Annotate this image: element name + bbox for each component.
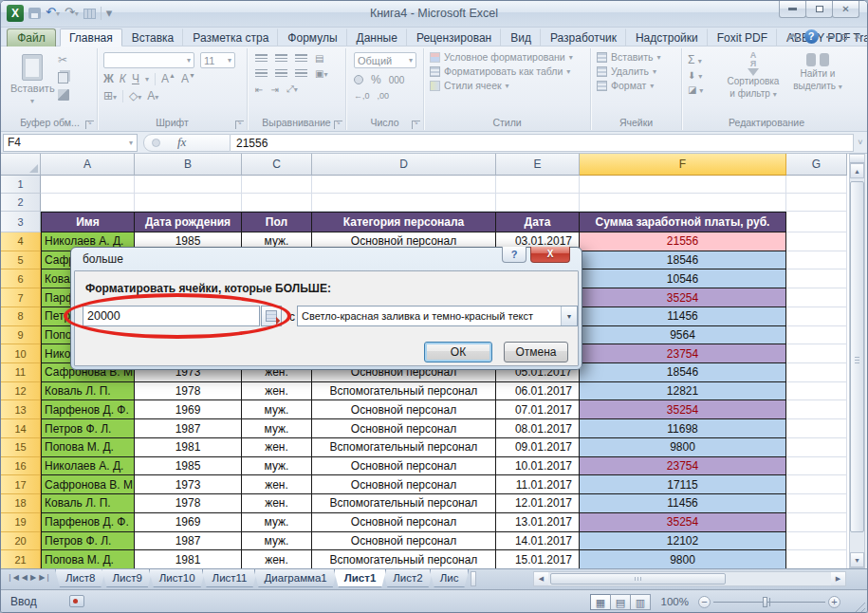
copy-icon[interactable] bbox=[58, 72, 68, 84]
cell-year[interactable]: 1969 bbox=[135, 513, 242, 532]
insert-function-icon[interactable]: fx bbox=[177, 135, 186, 150]
row-header-15[interactable]: 15 bbox=[1, 438, 41, 457]
cancel-button[interactable]: Отмена bbox=[504, 342, 568, 362]
grid-cell[interactable] bbox=[786, 363, 847, 382]
cell-category[interactable]: Вспомогательный персонал bbox=[312, 550, 496, 568]
comma-style-button[interactable]: 000 bbox=[389, 75, 405, 85]
align-bottom-icon[interactable] bbox=[295, 54, 307, 63]
row-header-12[interactable]: 12 bbox=[1, 382, 41, 401]
cell-date[interactable]: 08.01.2017 bbox=[496, 419, 580, 438]
row-header-7[interactable]: 7 bbox=[1, 288, 41, 307]
format-as-table-button[interactable]: Форматировать как табли▾ bbox=[430, 65, 590, 77]
cell-year[interactable]: 1981 bbox=[135, 438, 242, 457]
merge-center-icon[interactable]: ▣▾ bbox=[315, 68, 327, 79]
cell-name[interactable]: Сафронова В. М. bbox=[41, 475, 135, 494]
grid-cell[interactable] bbox=[786, 550, 847, 568]
close-button[interactable]: ✕ bbox=[832, 1, 859, 18]
row-header-20[interactable]: 20 bbox=[1, 532, 41, 551]
cell-name[interactable]: Петров Ф. Л. bbox=[41, 532, 135, 551]
cell-salary-F16[interactable]: 23754 bbox=[580, 457, 786, 476]
cell-salary-F20[interactable]: 12102 bbox=[580, 532, 786, 551]
row-header-1[interactable]: 1 bbox=[1, 176, 41, 194]
grid-cell[interactable] bbox=[786, 457, 847, 476]
column-header-C[interactable]: C bbox=[242, 154, 312, 176]
grid-cell[interactable] bbox=[312, 176, 496, 194]
clipboard-dialog-launcher-icon[interactable] bbox=[85, 121, 94, 129]
scroll-up-icon[interactable]: ▲ bbox=[850, 163, 864, 178]
sheet-tab-Диаграмма1[interactable]: Диаграмма1 bbox=[254, 569, 338, 587]
grid-cell[interactable] bbox=[786, 400, 847, 419]
row-header-11[interactable]: 11 bbox=[1, 363, 41, 382]
row-header-17[interactable]: 17 bbox=[1, 475, 41, 494]
first-sheet-icon[interactable]: ❘◀ bbox=[7, 573, 19, 582]
grid-cell[interactable] bbox=[41, 176, 135, 194]
cell-salary-F8[interactable]: 11456 bbox=[580, 307, 786, 326]
ribbon-tab-6[interactable]: Рецензирован bbox=[407, 28, 501, 46]
underline-button[interactable]: Ч bbox=[132, 72, 139, 85]
delete-cells-button[interactable]: Удалить▾ bbox=[597, 65, 681, 77]
scroll-left-icon[interactable]: ◀ bbox=[534, 572, 548, 585]
ribbon-tab-2[interactable]: Вставка bbox=[122, 28, 184, 46]
dialog-close-icon[interactable]: X bbox=[530, 247, 570, 263]
grid-cell[interactable] bbox=[786, 382, 847, 401]
cell-category[interactable]: Основной персонал bbox=[312, 513, 496, 532]
cell-sex[interactable]: муж. bbox=[242, 419, 312, 438]
workbook-close-icon[interactable]: ✕ bbox=[854, 31, 861, 42]
zoom-level[interactable]: 100% bbox=[661, 596, 689, 607]
resize-grip[interactable] bbox=[853, 600, 865, 612]
wrap-text-icon[interactable]: ▤ bbox=[315, 53, 323, 64]
row-header-4[interactable]: 4 bbox=[1, 232, 41, 251]
format-cells-button[interactable]: Формат▾ bbox=[597, 80, 681, 91]
decrease-decimal-icon[interactable]: ,00 bbox=[378, 91, 390, 101]
row-header-19[interactable]: 19 bbox=[1, 513, 41, 532]
cell-year[interactable]: 1973 bbox=[135, 475, 242, 494]
next-sheet-icon[interactable]: ▶ bbox=[30, 573, 36, 582]
cell-salary-F15[interactable]: 9800 bbox=[580, 438, 786, 457]
cell-salary-F21[interactable]: 9800 bbox=[580, 550, 786, 568]
grid-cell[interactable] bbox=[496, 194, 580, 212]
grid-cell[interactable] bbox=[786, 326, 847, 345]
row-header-14[interactable]: 14 bbox=[1, 419, 41, 438]
align-middle-icon[interactable] bbox=[275, 54, 287, 63]
shrink-font-button[interactable]: А▼ bbox=[181, 72, 195, 85]
sort-filter-button[interactable]: АЯ Сортировка и фильтр ▾ bbox=[722, 51, 785, 100]
row-header-9[interactable]: 9 bbox=[1, 326, 41, 345]
currency-format-icon[interactable] bbox=[354, 75, 363, 84]
align-top-icon[interactable] bbox=[255, 54, 268, 63]
increase-decimal-icon[interactable]: ←,0 bbox=[354, 91, 370, 101]
cell-salary-F12[interactable]: 12821 bbox=[580, 382, 786, 401]
format-painter-icon[interactable] bbox=[58, 89, 69, 101]
grid-cell[interactable] bbox=[41, 194, 135, 212]
cell-date[interactable]: 15.01.2017 bbox=[496, 550, 580, 568]
cell-sex[interactable]: жен. bbox=[242, 494, 312, 513]
bold-button[interactable]: Ж bbox=[103, 72, 114, 85]
cell-salary-F18[interactable]: 11456 bbox=[580, 494, 786, 513]
cell-date[interactable]: 12.01.2017 bbox=[496, 494, 580, 513]
cancel-entry-icon[interactable] bbox=[152, 139, 160, 147]
formula-input[interactable]: 21556 bbox=[231, 134, 854, 152]
column-header-E[interactable]: E bbox=[496, 154, 580, 176]
autosum-button[interactable]: Σ ▾ bbox=[688, 53, 703, 66]
grid-cell[interactable] bbox=[786, 251, 847, 270]
zoom-out-icon[interactable]: − bbox=[698, 596, 711, 608]
row-header-8[interactable]: 8 bbox=[1, 307, 41, 326]
font-color-button[interactable]: А▾ bbox=[147, 89, 158, 102]
paste-button[interactable]: Вставить ▾ bbox=[10, 52, 54, 113]
cell-name[interactable]: Парфенов Д. Ф. bbox=[41, 513, 135, 532]
row-header-2[interactable]: 2 bbox=[1, 194, 41, 212]
cell-sex[interactable]: жен. bbox=[242, 550, 312, 568]
row-header-13[interactable]: 13 bbox=[1, 400, 41, 419]
cell-salary-F17[interactable]: 17115 bbox=[580, 475, 786, 494]
cell-year[interactable]: 1985 bbox=[135, 457, 242, 476]
ribbon-tab-8[interactable]: Разработчик bbox=[541, 28, 626, 46]
column-header-D[interactable]: D bbox=[312, 154, 496, 176]
cell-salary-F9[interactable]: 9564 bbox=[580, 326, 786, 345]
grid-cell[interactable] bbox=[496, 176, 580, 194]
insert-cells-button[interactable]: Вставить▾ bbox=[597, 51, 681, 63]
grid-cell[interactable] bbox=[786, 419, 847, 438]
vscroll-thumb[interactable] bbox=[850, 181, 864, 532]
cell-name[interactable]: Попова М. Д. bbox=[41, 550, 135, 568]
grid-cell[interactable] bbox=[786, 438, 847, 457]
page-break-view-icon[interactable]: ▥ bbox=[630, 594, 651, 610]
select-all-corner[interactable] bbox=[1, 154, 41, 176]
